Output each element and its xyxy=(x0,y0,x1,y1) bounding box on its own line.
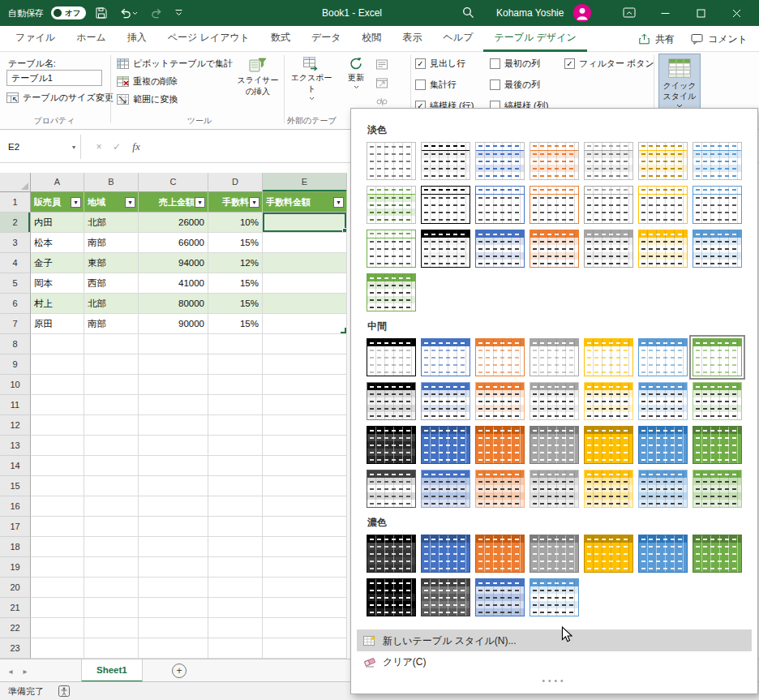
remove-duplicates-button[interactable]: 重複の削除 xyxy=(117,75,178,88)
row-header-19[interactable]: 19 xyxy=(0,557,31,578)
style-option-checkbox[interactable]: 最後の列 xyxy=(490,78,560,91)
cell-B23[interactable] xyxy=(84,638,139,659)
ribbon-tab-8[interactable]: 表示 xyxy=(392,26,433,52)
table-style-swatch[interactable] xyxy=(421,470,470,508)
cell-A11[interactable] xyxy=(31,395,84,415)
filter-button[interactable]: ▾ xyxy=(195,197,205,208)
share-button[interactable]: 共有 xyxy=(638,26,675,52)
ribbon-tab-4[interactable]: ページ レイアウト xyxy=(157,26,260,52)
cell-B22[interactable] xyxy=(84,618,139,638)
cell-A12[interactable] xyxy=(31,415,84,436)
row-header-5[interactable]: 5 xyxy=(0,273,31,294)
new-sheet-button[interactable]: + xyxy=(172,663,187,678)
cell-B4[interactable]: 東部 xyxy=(84,253,139,273)
cell-D13[interactable] xyxy=(208,436,263,456)
cell-D2[interactable]: 10% xyxy=(208,213,263,233)
table-style-swatch[interactable] xyxy=(584,230,633,268)
filter-button[interactable]: ▾ xyxy=(125,197,135,208)
style-option-checkbox[interactable]: ✓フィルター ボタン xyxy=(564,57,660,70)
cell-E11[interactable] xyxy=(263,395,347,415)
cell-D19[interactable] xyxy=(208,557,263,578)
table-style-swatch[interactable] xyxy=(475,142,525,180)
filter-button[interactable]: ▾ xyxy=(71,197,81,208)
cell-C3[interactable]: 66000 xyxy=(139,233,208,253)
cell-A2[interactable]: 内田 xyxy=(31,213,84,233)
cell-B16[interactable] xyxy=(84,496,139,517)
cell-A20[interactable] xyxy=(31,578,84,598)
cell-E8[interactable] xyxy=(263,334,347,354)
row-header-23[interactable]: 23 xyxy=(0,638,31,659)
row-header-14[interactable]: 14 xyxy=(0,456,31,476)
table-style-swatch[interactable] xyxy=(693,186,742,224)
cell-E17[interactable] xyxy=(263,517,347,537)
cell-E10[interactable] xyxy=(263,375,347,395)
cell-E22[interactable] xyxy=(263,618,347,638)
table-style-swatch[interactable] xyxy=(530,142,579,180)
cell-C11[interactable] xyxy=(139,395,208,415)
row-header-7[interactable]: 7 xyxy=(0,314,31,334)
style-option-checkbox[interactable]: 集計行 xyxy=(415,78,485,91)
cell-C20[interactable] xyxy=(139,578,208,598)
cell-A9[interactable] xyxy=(31,354,84,375)
cell-D18[interactable] xyxy=(208,537,263,557)
cell-C19[interactable] xyxy=(139,557,208,578)
cell-E18[interactable] xyxy=(263,537,347,557)
column-header-e[interactable]: E xyxy=(263,173,347,192)
table-style-swatch[interactable] xyxy=(530,535,579,573)
table-style-swatch[interactable] xyxy=(475,426,525,464)
cell-D6[interactable]: 15% xyxy=(208,294,263,314)
cell-B20[interactable] xyxy=(84,578,139,598)
cell-C4[interactable]: 94000 xyxy=(139,253,208,273)
ribbon-tab-6[interactable]: データ xyxy=(301,26,352,52)
table-style-swatch[interactable] xyxy=(530,230,579,268)
ribbon-tab-10[interactable]: テーブル デザイン xyxy=(483,26,586,52)
cell-C13[interactable] xyxy=(139,436,208,456)
cell-D11[interactable] xyxy=(208,395,263,415)
cell-E20[interactable] xyxy=(263,578,347,598)
cell-C17[interactable] xyxy=(139,517,208,537)
select-all-button[interactable] xyxy=(0,173,31,192)
ribbon-tab-1[interactable]: ファイル xyxy=(5,26,66,52)
cell-A21[interactable] xyxy=(31,598,84,618)
cell-A14[interactable] xyxy=(31,456,84,476)
table-style-swatch[interactable] xyxy=(421,338,470,376)
cell-A23[interactable] xyxy=(31,638,84,659)
ribbon-tab-3[interactable]: 挿入 xyxy=(117,26,157,52)
new-table-style-item[interactable]: 新しいテーブル スタイル(N)... xyxy=(357,630,752,651)
cell-E16[interactable] xyxy=(263,496,347,517)
cell-B8[interactable] xyxy=(84,334,139,354)
table-style-swatch[interactable] xyxy=(475,186,525,224)
fill-handle[interactable] xyxy=(342,228,347,233)
table-style-swatch[interactable] xyxy=(367,273,416,311)
table-style-swatch[interactable] xyxy=(584,382,633,420)
minimize-button[interactable] xyxy=(649,0,681,26)
row-header-2[interactable]: 2 xyxy=(0,213,31,233)
cell-D15[interactable] xyxy=(208,476,263,496)
row-header-16[interactable]: 16 xyxy=(0,496,31,517)
table-style-swatch[interactable] xyxy=(367,382,416,420)
cell-E7[interactable] xyxy=(263,314,347,334)
accessibility-icon[interactable] xyxy=(58,685,70,697)
table-style-swatch[interactable] xyxy=(475,535,525,573)
cell-A15[interactable] xyxy=(31,476,84,496)
table-style-swatch[interactable] xyxy=(584,186,633,224)
cell-D21[interactable] xyxy=(208,598,263,618)
cell-E5[interactable] xyxy=(263,273,347,294)
table-style-swatch[interactable] xyxy=(638,142,688,180)
row-header-12[interactable]: 12 xyxy=(0,415,31,436)
column-header-c[interactable]: C xyxy=(139,173,208,192)
cell-C16[interactable] xyxy=(139,496,208,517)
cell-A7[interactable]: 原田 xyxy=(31,314,84,334)
cell-D8[interactable] xyxy=(208,334,263,354)
column-header-b[interactable]: B xyxy=(84,173,139,192)
properties-icon[interactable] xyxy=(376,59,388,70)
cell-C5[interactable]: 41000 xyxy=(139,273,208,294)
table-style-swatch[interactable] xyxy=(693,142,742,180)
table-header-cell[interactable]: 売上金額▾ xyxy=(139,192,208,213)
sheet-nav-right-icon[interactable]: ▸ xyxy=(18,659,32,682)
cell-B9[interactable] xyxy=(84,354,139,375)
table-style-swatch[interactable] xyxy=(693,426,742,464)
cell-C10[interactable] xyxy=(139,375,208,395)
cell-B19[interactable] xyxy=(84,557,139,578)
cell-A8[interactable] xyxy=(31,334,84,354)
